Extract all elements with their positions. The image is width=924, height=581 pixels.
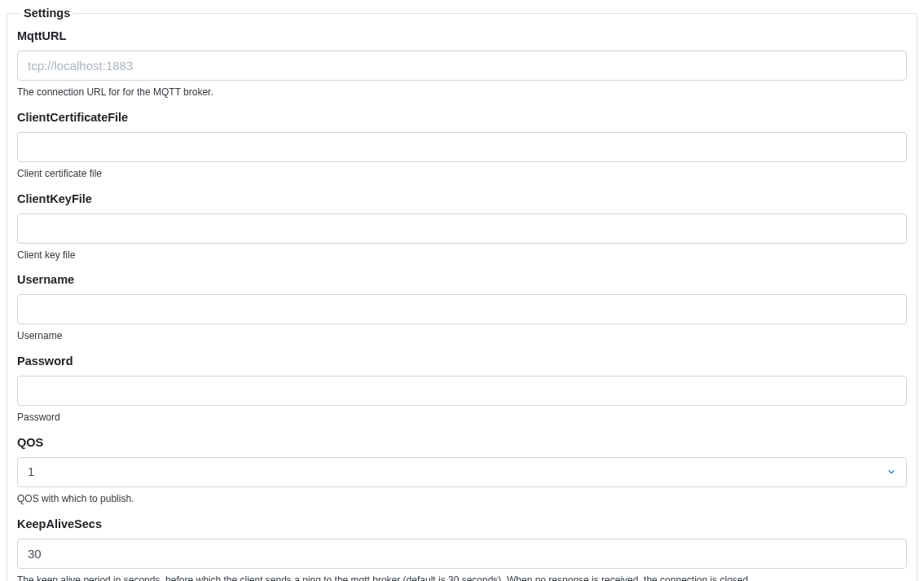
clientkey-label: ClientKeyFile xyxy=(17,192,907,205)
clientcert-group: ClientCertificateFile Client certificate… xyxy=(17,111,907,181)
clientcert-help: Client certificate file xyxy=(17,167,907,181)
qos-help: QOS with which to publish. xyxy=(17,492,907,506)
password-help: Password xyxy=(17,411,907,425)
clientkey-input[interactable] xyxy=(17,213,907,244)
qos-label: QOS xyxy=(17,436,907,449)
mqtturl-help: The connection URL for for the MQTT brok… xyxy=(17,86,907,99)
settings-legend: Settings xyxy=(20,7,73,20)
username-group: Username Username xyxy=(17,273,907,343)
username-help: Username xyxy=(17,329,907,343)
clientkey-group: ClientKeyFile Client key file xyxy=(17,192,907,262)
password-label: Password xyxy=(17,354,907,368)
mqtturl-label: MqttURL xyxy=(17,29,907,42)
clientcert-label: ClientCertificateFile xyxy=(17,111,907,124)
password-group: Password Password xyxy=(17,354,907,425)
keepalive-help: The keep alive period in seconds, before… xyxy=(17,574,907,581)
keepalive-label: KeepAliveSecs xyxy=(17,517,907,530)
keepalive-group: KeepAliveSecs The keep alive period in s… xyxy=(17,517,907,581)
password-input[interactable] xyxy=(17,376,907,406)
keepalive-input[interactable] xyxy=(17,539,907,569)
qos-select-wrapper: 1 xyxy=(17,457,907,487)
qos-group: QOS 1 QOS with which to publish. xyxy=(17,436,907,506)
username-input[interactable] xyxy=(17,294,907,324)
mqtturl-input[interactable] xyxy=(17,51,907,81)
clientcert-input[interactable] xyxy=(17,132,907,162)
qos-select[interactable]: 1 xyxy=(17,457,907,487)
username-label: Username xyxy=(17,273,907,286)
settings-fieldset: Settings MqttURL The connection URL for … xyxy=(7,7,917,581)
clientkey-help: Client key file xyxy=(17,249,907,262)
mqtturl-group: MqttURL The connection URL for for the M… xyxy=(17,29,907,99)
